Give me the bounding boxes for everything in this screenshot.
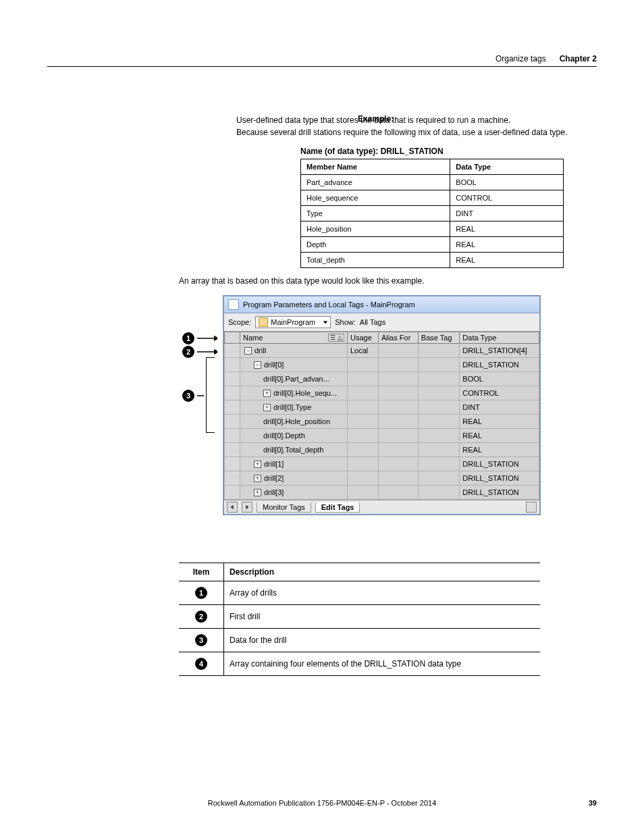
expand-icon[interactable]: +	[263, 390, 271, 397]
row-header[interactable]	[225, 457, 240, 471]
cell-usage[interactable]	[348, 358, 379, 372]
table-row[interactable]: +drill[2]DRILL_STATION	[225, 471, 539, 486]
cell-datatype[interactable]: DRILL_STATION	[460, 457, 539, 471]
cell[interactable]: +drill[2]	[240, 471, 348, 486]
cell-base[interactable]	[418, 443, 460, 457]
scroll-left-button[interactable]	[227, 502, 238, 513]
table-row[interactable]: +drill[0].Hole_sequ...CONTROL	[225, 386, 539, 400]
cell-usage[interactable]	[348, 429, 379, 443]
row-header[interactable]	[225, 486, 240, 500]
cell[interactable]: drill[0].Part_advan...	[240, 372, 348, 386]
col-alias[interactable]: Alias For	[378, 332, 418, 344]
table-row[interactable]: drill[0].Hole_positionREAL	[225, 415, 539, 429]
scroll-right-button[interactable]	[242, 502, 252, 513]
row-header[interactable]	[225, 372, 240, 386]
cell-datatype[interactable]: REAL	[460, 443, 539, 457]
col-base[interactable]: Base Tag	[418, 332, 460, 344]
program-icon	[259, 317, 268, 327]
table-row[interactable]: −drillLocalDRILL_STATION[4]	[225, 344, 539, 358]
cell-alias[interactable]	[378, 443, 418, 457]
cell[interactable]: −drill[0]	[240, 358, 348, 372]
cell-datatype[interactable]: BOOL	[460, 372, 539, 386]
expand-icon[interactable]: +	[254, 475, 261, 482]
sort-icon[interactable]: ☰ △	[328, 334, 344, 342]
col-datatype[interactable]: Data Type	[460, 332, 539, 344]
tab-monitor[interactable]: Monitor Tags	[257, 502, 311, 513]
cell-base[interactable]	[418, 358, 460, 372]
row-header[interactable]	[225, 400, 240, 415]
expand-icon[interactable]: +	[254, 461, 261, 468]
cell-datatype[interactable]: DRILL_STATION	[460, 486, 539, 500]
cell[interactable]: +drill[0].Type	[240, 400, 348, 415]
row-header[interactable]	[225, 344, 240, 358]
cell[interactable]: +drill[1]	[240, 457, 348, 471]
cell-usage[interactable]	[348, 486, 379, 500]
cell[interactable]: +drill[3]	[240, 486, 348, 500]
cell-datatype[interactable]: REAL	[460, 429, 539, 443]
table-row[interactable]: +drill[0].TypeDINT	[225, 400, 539, 415]
cell-datatype[interactable]: REAL	[460, 415, 539, 429]
row-header[interactable]	[225, 386, 240, 400]
scroll-end-button[interactable]	[526, 502, 537, 513]
table-row[interactable]: +drill[3]DRILL_STATION	[225, 486, 539, 500]
cell-alias[interactable]	[378, 486, 418, 500]
cell-alias[interactable]	[378, 429, 418, 443]
row-header[interactable]	[225, 429, 240, 443]
cell-alias[interactable]	[378, 400, 418, 415]
cell[interactable]: drill[0].Depth	[240, 429, 348, 443]
cell-base[interactable]	[418, 457, 460, 471]
row-header[interactable]	[225, 443, 240, 457]
cell[interactable]: drill[0].Hole_position	[240, 415, 348, 429]
arrow-right-icon	[197, 392, 205, 399]
cell-alias[interactable]	[378, 358, 418, 372]
table-row[interactable]: +drill[1]DRILL_STATION	[225, 457, 539, 471]
cell-base[interactable]	[418, 372, 460, 386]
cell-base[interactable]	[418, 400, 460, 415]
table-row[interactable]: drill[0].Total_depthREAL	[225, 443, 539, 457]
table-row[interactable]: drill[0].DepthREAL	[225, 429, 539, 443]
cell[interactable]: +drill[0].Hole_sequ...	[240, 386, 348, 400]
cell[interactable]: −drill	[240, 344, 348, 358]
cell-alias[interactable]	[378, 372, 418, 386]
cell-alias[interactable]	[378, 344, 418, 358]
col-name[interactable]: Name ☰ △	[240, 332, 348, 344]
collapse-icon[interactable]: −	[254, 361, 261, 369]
cell-datatype[interactable]: DRILL_STATION[4]	[460, 344, 539, 358]
table-row[interactable]: −drill[0]DRILL_STATION	[225, 358, 539, 372]
cell-base[interactable]	[418, 344, 460, 358]
cell-base[interactable]	[418, 415, 460, 429]
tab-edit[interactable]: Edit Tags	[315, 502, 360, 513]
col-usage[interactable]: Usage	[348, 332, 379, 344]
collapse-icon[interactable]: −	[244, 347, 252, 355]
cell-usage[interactable]	[348, 471, 379, 486]
cell-datatype[interactable]: DRILL_STATION	[460, 471, 539, 486]
cell-base[interactable]	[418, 471, 460, 486]
cell-usage[interactable]	[348, 443, 379, 457]
udt-cell: CONTROL	[450, 190, 564, 206]
cell-alias[interactable]	[378, 386, 418, 400]
cell[interactable]: drill[0].Total_depth	[240, 443, 348, 457]
row-header[interactable]	[225, 471, 240, 486]
cell-alias[interactable]	[378, 471, 418, 486]
cell-datatype[interactable]: DRILL_STATION	[460, 358, 539, 372]
cell-usage[interactable]	[348, 415, 379, 429]
scope-combo[interactable]: MainProgram	[255, 316, 331, 328]
row-header[interactable]	[225, 415, 240, 429]
cell-base[interactable]	[418, 386, 460, 400]
cell-datatype[interactable]: CONTROL	[460, 386, 539, 400]
cell-alias[interactable]	[378, 415, 418, 429]
cell-base[interactable]	[418, 486, 460, 500]
row-header[interactable]	[225, 358, 240, 372]
cell-alias[interactable]	[378, 457, 418, 471]
table-row[interactable]: drill[0].Part_advan...BOOL	[225, 372, 539, 386]
window-icon	[228, 299, 239, 310]
cell-base[interactable]	[418, 429, 460, 443]
cell-usage[interactable]	[348, 457, 379, 471]
cell-usage[interactable]	[348, 386, 379, 400]
expand-icon[interactable]: +	[254, 489, 261, 496]
cell-usage[interactable]	[348, 400, 379, 415]
cell-usage[interactable]	[348, 372, 379, 386]
expand-icon[interactable]: +	[263, 404, 271, 411]
cell-usage[interactable]: Local	[348, 344, 379, 358]
cell-datatype[interactable]: DINT	[460, 400, 539, 415]
